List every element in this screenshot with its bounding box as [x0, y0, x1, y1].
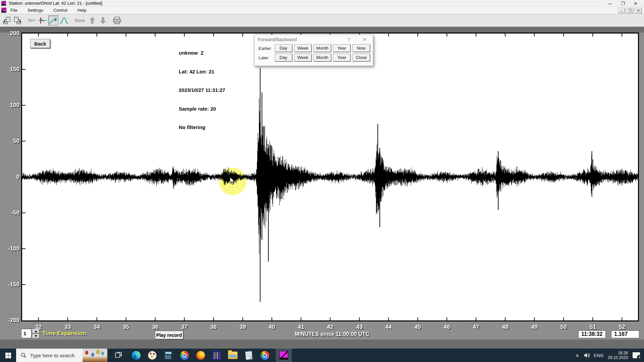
earlier-month-button[interactable]: Month: [314, 44, 331, 52]
seismo-app-icon-active[interactable]: [276, 349, 292, 362]
print-icon[interactable]: [112, 15, 122, 25]
x-tick-label: 36: [152, 324, 158, 330]
search-decor-image: [83, 349, 107, 362]
calculator-icon[interactable]: [160, 349, 176, 362]
back-button[interactable]: Back: [30, 39, 50, 48]
x-tick-label: 33: [64, 324, 71, 330]
language-indicator[interactable]: ENG: [594, 353, 604, 358]
x-tick-label: 42: [327, 324, 333, 330]
notification-badge: 4: [637, 355, 642, 360]
forward-backward-dialog: Forward/Backward ? ✕ Earlier Later Day W…: [254, 35, 373, 66]
x-tick-label: 49: [531, 324, 538, 330]
taskbar-search[interactable]: Type here to search: [16, 349, 107, 362]
dialog-close-icon[interactable]: ✕: [363, 37, 367, 43]
x-tick-label: 52: [619, 324, 625, 330]
seismogram-canvas[interactable]: [22, 34, 638, 320]
seismo-viewer-icon[interactable]: [209, 349, 225, 362]
time-expansion-value[interactable]: 1: [21, 329, 32, 338]
edge-icon[interactable]: [128, 349, 144, 362]
task-view-icon[interactable]: [111, 349, 127, 362]
y-tick-label: -150: [0, 281, 19, 288]
window-title: Station: unknow/Ohrid Lat: 42 Lon: 21 - …: [9, 1, 102, 6]
mdi-close-button[interactable]: ✕: [635, 8, 642, 13]
x-tick-label: 51: [590, 324, 596, 330]
y-tick-label: -100: [0, 245, 19, 252]
notepad-icon[interactable]: [241, 349, 257, 362]
cursor-amplitude-box: 1.167: [611, 330, 639, 338]
start-button[interactable]: [0, 349, 16, 362]
now-button[interactable]: Now: [73, 15, 87, 25]
chrome-icon-2[interactable]: [257, 349, 273, 362]
x-tick-label: 38: [210, 324, 217, 330]
info-sample-rate: Sample rate: 20: [179, 106, 225, 112]
menu-help[interactable]: Help: [76, 7, 88, 13]
earlier-now-button[interactable]: Now: [353, 44, 370, 52]
time-expansion-label: Time Expansion: [42, 330, 86, 337]
expansion-up-button[interactable]: [32, 329, 40, 334]
mdi-restore-button[interactable]: ❐: [626, 8, 634, 13]
x-tick-label: 47: [473, 324, 479, 330]
play-record-button[interactable]: Play record: [155, 331, 183, 339]
save-record-icon[interactable]: [13, 15, 23, 25]
app-icon: [1, 1, 6, 6]
y-tick-label: 0: [0, 174, 19, 180]
bottom-margin-strip: [0, 340, 644, 349]
y-tick-label: -50: [0, 209, 19, 216]
cursor-time-box: 11:38:32: [578, 330, 606, 338]
y-tick-label: 200: [0, 30, 19, 37]
earlier-year-button[interactable]: Year: [333, 44, 351, 52]
later-month-button[interactable]: Month: [314, 54, 331, 61]
y-tick-label: 150: [0, 66, 19, 73]
zoom-pick-icon[interactable]: P: [48, 15, 58, 25]
dialog-close-button[interactable]: Close: [353, 54, 370, 61]
file-explorer-icon[interactable]: [225, 349, 241, 362]
dialog-title: Forward/Backward: [258, 37, 297, 42]
x-tick-label: 46: [444, 324, 450, 330]
info-station: unknow Z: [179, 50, 225, 56]
taskbar-clock[interactable]: 18:26 29.10.2023: [608, 351, 628, 360]
expansion-down-button[interactable]: [32, 334, 40, 339]
waveform-icon[interactable]: [27, 15, 37, 25]
earlier-week-button[interactable]: Week: [294, 44, 312, 52]
filter-icon[interactable]: [38, 15, 48, 25]
later-week-button[interactable]: Week: [294, 54, 312, 61]
taskbar: Type here to search: [0, 349, 644, 362]
search-placeholder: Type here to search: [30, 353, 83, 358]
x-axis-title: MINUTES since 11:00:00 UTC: [295, 331, 369, 337]
earlier-day-button[interactable]: Day: [275, 44, 292, 52]
paint-icon[interactable]: [144, 349, 160, 362]
y-tick-label: 100: [0, 102, 19, 109]
clock-time: 18:26: [608, 351, 628, 355]
minimize-button[interactable]: —: [604, 0, 616, 7]
chrome-icon[interactable]: [176, 349, 193, 362]
x-tick-label: 39: [239, 324, 246, 330]
firefox-icon[interactable]: [193, 349, 209, 362]
x-tick-label: 41: [298, 324, 304, 330]
top-margin-strip: [0, 27, 644, 33]
volume-icon[interactable]: [584, 352, 590, 358]
later-day-button[interactable]: Day: [275, 54, 292, 61]
toolbar: P Now: [0, 14, 644, 27]
mdi-minimize-button[interactable]: –: [618, 8, 625, 13]
restore-button[interactable]: ❐: [616, 0, 629, 7]
notification-icon[interactable]: 4: [633, 352, 640, 358]
search-icon: [21, 353, 26, 358]
scroll-down-icon[interactable]: [98, 15, 108, 25]
spectrum-icon[interactable]: [59, 15, 69, 25]
dialog-help-button[interactable]: ?: [347, 37, 350, 42]
record-info: unknow Z Lat: 42 Lon: 21 2023/10/27 11:3…: [179, 38, 225, 143]
menu-control[interactable]: Control: [52, 7, 69, 13]
mouse-cursor: [229, 177, 236, 186]
scroll-up-icon[interactable]: [87, 15, 97, 25]
desktop: Station: unknow/Ohrid Lat: 42 Lon: 21 - …: [0, 0, 644, 362]
later-label: Later: [259, 55, 269, 60]
tray-chevron-icon[interactable]: ∧: [576, 353, 579, 358]
x-tick-label: 35: [123, 324, 129, 330]
close-button[interactable]: ✕: [629, 0, 642, 7]
x-tick-label: 45: [415, 324, 421, 330]
later-year-button[interactable]: Year: [333, 54, 351, 61]
open-record-icon[interactable]: [2, 15, 12, 25]
system-tray: ∧ ENG 18:26 29.10.2023 4: [576, 349, 644, 362]
svg-text:P: P: [55, 18, 57, 22]
menu-settings[interactable]: Settings: [26, 7, 45, 13]
